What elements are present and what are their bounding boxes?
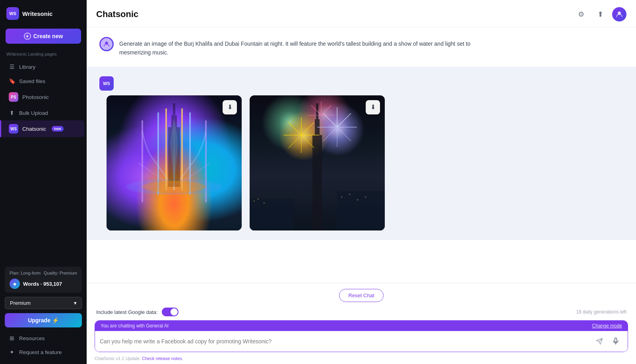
user-message: Generate an image of the Burj Khalifa an… xyxy=(87,27,636,67)
google-toggle[interactable] xyxy=(162,308,178,316)
svg-line-25 xyxy=(337,127,351,141)
create-new-button[interactable]: + Create new xyxy=(6,29,81,44)
svg-rect-10 xyxy=(250,199,293,230)
page-title: Chatsonic xyxy=(96,9,138,19)
svg-line-29 xyxy=(321,105,331,115)
upload-icon: ⬆ xyxy=(9,110,15,116)
export-icon[interactable]: ⬆ xyxy=(593,7,607,21)
words-icon: ◈ xyxy=(10,279,20,289)
logo-text: Writesonic xyxy=(22,10,52,17)
svg-rect-38 xyxy=(349,194,350,195)
section-label: Writesonic Landing pages xyxy=(0,50,87,60)
svg-line-15 xyxy=(301,135,314,148)
main-content: Chatsonic ⚙ ⬆ Gene xyxy=(87,0,636,364)
plan-info: Plan: Long-form Quality: Premium ◈ Words… xyxy=(5,267,82,293)
svg-point-6 xyxy=(142,181,206,193)
svg-rect-7 xyxy=(312,135,322,230)
chat-input[interactable] xyxy=(100,338,590,345)
chat-input-area: You are chatting with General AI Change … xyxy=(95,320,628,352)
photosonic-icon: PS xyxy=(9,92,18,102)
download-button-2[interactable]: ⬇ xyxy=(366,100,380,114)
user-avatar[interactable] xyxy=(612,7,626,21)
svg-rect-39 xyxy=(357,199,358,200)
svg-rect-36 xyxy=(264,203,265,203)
user-message-text: Generate an image of the Burj Khalifa an… xyxy=(119,37,477,57)
top-bar-actions: ⚙ ⬆ xyxy=(574,7,626,21)
top-bar: Chatsonic ⚙ ⬆ xyxy=(87,0,636,27)
resources-icon: ⊞ xyxy=(9,335,15,341)
logo-area: WS Writesonic xyxy=(0,0,87,25)
images-grid: ⬇ xyxy=(87,95,636,230)
feature-icon: ✦ xyxy=(9,349,15,355)
fountain-image xyxy=(107,95,242,230)
download-button-1[interactable]: ⬇ xyxy=(223,100,237,114)
fireworks-image xyxy=(250,95,385,230)
release-notes-link[interactable]: Check release notes. xyxy=(142,356,183,361)
plan-row: Plan: Long-form Quality: Premium xyxy=(10,271,77,275)
upgrade-button[interactable]: Upgrade ⚡ xyxy=(5,313,82,327)
sidebar-item-saved-files[interactable]: 🔖 Saved files xyxy=(2,74,84,88)
svg-rect-35 xyxy=(258,199,259,199)
user-avatar-icon xyxy=(99,37,114,51)
sidebar-item-library[interactable]: ☰ Library xyxy=(2,60,84,74)
sidebar-item-request-feature[interactable]: ✦ Request a feature xyxy=(2,345,84,359)
daily-generations-text: 18 daily generations left xyxy=(576,309,626,315)
sidebar-item-chatsonic[interactable]: WS Chatsonic new xyxy=(0,120,84,137)
logo-icon: WS xyxy=(6,7,19,20)
toggle-label: Include latest Google data: xyxy=(96,308,178,316)
change-mode-button[interactable]: Change mode xyxy=(592,323,622,329)
svg-rect-40 xyxy=(365,197,366,197)
svg-rect-34 xyxy=(254,201,255,201)
svg-line-21 xyxy=(337,113,351,127)
svg-rect-41 xyxy=(615,338,617,342)
sidebar-bottom: Plan: Long-form Quality: Premium ◈ Words… xyxy=(0,262,87,364)
svg-rect-4 xyxy=(171,115,177,127)
svg-line-16 xyxy=(289,122,301,135)
svg-line-26 xyxy=(323,127,337,141)
chat-area: Generate an image of the Burj Khalifa an… xyxy=(87,27,636,283)
generated-image-1: ⬇ xyxy=(107,95,242,230)
chatsonic-icon: WS xyxy=(9,124,18,134)
plus-circle-icon: + xyxy=(24,33,31,40)
chevron-down-icon: ▾ xyxy=(74,300,77,306)
svg-rect-37 xyxy=(341,197,342,197)
chat-mode-text: You are chatting with General AI xyxy=(101,323,169,329)
microphone-button[interactable] xyxy=(609,334,623,349)
send-button[interactable] xyxy=(593,335,605,347)
svg-line-13 xyxy=(301,122,314,135)
sidebar: WS Writesonic + Create new Writesonic La… xyxy=(0,0,87,364)
reset-chat-button[interactable]: Reset Chat xyxy=(339,289,383,302)
chat-mode-bar: You are chatting with General AI Change … xyxy=(95,321,628,331)
generated-image-2: ⬇ xyxy=(250,95,385,230)
google-toggle-row: Include latest Google data: 18 daily gen… xyxy=(87,306,636,320)
ai-avatar: WS xyxy=(99,76,114,91)
svg-line-18 xyxy=(289,135,301,148)
ai-message: WS xyxy=(87,67,636,240)
reset-chat-row: Reset Chat xyxy=(87,283,636,306)
svg-rect-5 xyxy=(173,103,175,115)
bookmark-icon: 🔖 xyxy=(9,78,15,84)
chat-input-row xyxy=(95,331,628,352)
sidebar-item-photosonic[interactable]: PS Photosonic xyxy=(2,89,84,105)
version-text: ChatSonic v1.1 Update. Check release not… xyxy=(87,356,636,364)
new-badge: new xyxy=(52,126,64,132)
settings-icon[interactable]: ⚙ xyxy=(574,7,588,21)
book-icon: ☰ xyxy=(9,64,15,70)
sidebar-item-bulk-upload[interactable]: ⬆ Bulk Upload xyxy=(2,106,84,120)
svg-rect-3 xyxy=(168,127,180,187)
svg-rect-11 xyxy=(337,191,385,230)
premium-select[interactable]: Premium ▾ xyxy=(5,297,82,309)
words-row: ◈ Words · 953,107 xyxy=(10,279,77,289)
sidebar-item-resources[interactable]: ⊞ Resources xyxy=(2,331,84,345)
chat-bottom: Reset Chat Include latest Google data: 1… xyxy=(87,283,636,364)
